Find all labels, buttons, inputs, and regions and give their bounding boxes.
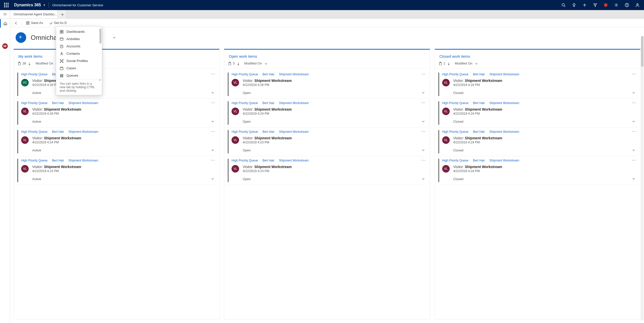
work-item-card[interactable]: ···High Priority QueueBert HairShipment … bbox=[16, 156, 217, 185]
work-item-card[interactable]: ···High Priority QueueBert HairShipment … bbox=[16, 99, 217, 127]
card-expand-button[interactable] bbox=[210, 118, 215, 125]
menu-item-cases[interactable]: Cases bbox=[56, 64, 102, 72]
menu-item-activities[interactable]: Activities bbox=[56, 35, 102, 43]
card-expand-button[interactable] bbox=[631, 147, 636, 153]
workstream-link[interactable]: Shipment Workstream bbox=[489, 159, 519, 162]
queue-link[interactable]: High Priority Queue bbox=[21, 130, 48, 134]
workstream-link[interactable]: Shipment Workstream bbox=[68, 159, 98, 162]
card-more-button[interactable]: ··· bbox=[632, 158, 636, 162]
card-expand-button[interactable] bbox=[210, 176, 215, 182]
card-expand-button[interactable] bbox=[631, 118, 636, 125]
queue-link[interactable]: High Priority Queue bbox=[442, 101, 469, 105]
work-item-card[interactable]: ···High Priority QueueBert HairShipment … bbox=[437, 127, 638, 156]
sort-down-icon[interactable] bbox=[447, 62, 450, 65]
work-item-card[interactable]: ···High Priority QueueBert HairShipment … bbox=[227, 99, 427, 127]
work-item-card[interactable]: ···High Priority QueueBert HairShipment … bbox=[437, 156, 638, 185]
card-more-button[interactable]: ··· bbox=[211, 101, 215, 105]
queue-link[interactable]: High Priority Queue bbox=[232, 159, 258, 162]
sort-down-icon[interactable] bbox=[27, 62, 31, 65]
work-item-card[interactable]: ···High Priority QueueBert HairShipment … bbox=[437, 70, 638, 99]
card-more-button[interactable]: ··· bbox=[422, 130, 426, 133]
card-expand-button[interactable] bbox=[631, 90, 636, 96]
new-tab-button[interactable] bbox=[58, 10, 66, 18]
card-more-button[interactable]: ··· bbox=[632, 130, 636, 133]
owner-link[interactable]: Bert Hair bbox=[473, 159, 485, 162]
sort-picker[interactable]: Modified On bbox=[244, 61, 268, 65]
workstream-link[interactable]: Shipment Workstream bbox=[68, 130, 98, 134]
menu-item-contacts[interactable]: Contacts bbox=[56, 50, 102, 57]
card-more-button[interactable]: ··· bbox=[632, 101, 636, 105]
workstream-link[interactable]: Shipment Workstream bbox=[279, 130, 309, 134]
workstream-link[interactable]: Shipment Workstream bbox=[489, 101, 519, 105]
back-button[interactable] bbox=[12, 19, 20, 27]
work-item-card[interactable]: ···High Priority QueueBert HairShipment … bbox=[16, 70, 217, 99]
workstream-link[interactable]: Shipment Workstream bbox=[489, 73, 519, 76]
help-button[interactable] bbox=[622, 0, 631, 10]
queue-link[interactable]: High Priority Queue bbox=[232, 73, 258, 76]
card-more-button[interactable]: ··· bbox=[211, 72, 215, 76]
workstream-link[interactable]: Shipment Workstream bbox=[279, 73, 309, 76]
save-as-button[interactable]: Save As bbox=[23, 19, 46, 27]
card-more-button[interactable]: ··· bbox=[422, 158, 426, 162]
menu-item-accounts[interactable]: Accounts bbox=[56, 43, 102, 50]
presence-indicator[interactable] bbox=[601, 0, 610, 10]
owner-link[interactable]: Bert Hair bbox=[52, 130, 64, 134]
menu-item-social-profiles[interactable]: Social Profiles bbox=[56, 57, 102, 64]
sort-picker[interactable]: Modified On bbox=[455, 61, 478, 65]
card-expand-button[interactable] bbox=[420, 147, 426, 153]
workstream-link[interactable]: Shipment Workstream bbox=[68, 101, 98, 105]
assistant-button[interactable] bbox=[570, 0, 579, 10]
work-item-card[interactable]: ···High Priority QueueBert HairShipment … bbox=[227, 156, 427, 185]
brand-switcher[interactable]: Dynamics 365 ▾ bbox=[14, 3, 45, 7]
card-expand-button[interactable] bbox=[210, 147, 215, 153]
owner-link[interactable]: Bert Hair bbox=[262, 73, 274, 76]
menu-item-dashboards[interactable]: Dashboards bbox=[56, 28, 102, 35]
session-tab[interactable]: Omnichannel Agent Dashbo... bbox=[10, 10, 58, 18]
nav-toggle-button[interactable] bbox=[0, 10, 10, 18]
search-button[interactable] bbox=[559, 0, 568, 10]
card-more-button[interactable]: ··· bbox=[422, 101, 426, 105]
queue-link[interactable]: High Priority Queue bbox=[442, 73, 469, 76]
card-more-button[interactable]: ··· bbox=[211, 158, 215, 162]
owner-link[interactable]: Bert Hair bbox=[262, 130, 274, 134]
work-item-card[interactable]: ···High Priority QueueBert HairShipment … bbox=[227, 127, 427, 156]
advanced-filter-button[interactable] bbox=[591, 0, 600, 10]
agent-badge[interactable]: IW bbox=[2, 43, 8, 49]
queue-link[interactable]: High Priority Queue bbox=[442, 130, 469, 134]
queue-link[interactable]: High Priority Queue bbox=[21, 73, 48, 76]
page-scrollbar[interactable] bbox=[641, 36, 643, 320]
quick-create-button[interactable] bbox=[580, 0, 589, 10]
card-expand-button[interactable] bbox=[210, 90, 215, 96]
dashboard-picker[interactable] bbox=[110, 35, 118, 41]
card-expand-button[interactable] bbox=[420, 118, 426, 125]
account-button[interactable] bbox=[633, 0, 642, 10]
card-expand-button[interactable] bbox=[631, 176, 636, 182]
menu-item-queues[interactable]: Queues bbox=[56, 72, 102, 79]
owner-link[interactable]: Bert Hair bbox=[262, 101, 274, 105]
owner-link[interactable]: Bert Hair bbox=[52, 159, 64, 162]
settings-button[interactable] bbox=[612, 0, 621, 10]
workstream-link[interactable]: Shipment Workstream bbox=[279, 159, 309, 162]
sort-picker[interactable]: Modified On bbox=[35, 61, 59, 65]
owner-link[interactable]: Bert Hair bbox=[473, 73, 485, 76]
queue-link[interactable]: High Priority Queue bbox=[21, 101, 48, 105]
owner-link[interactable]: Bert Hair bbox=[473, 101, 485, 105]
owner-link[interactable]: Bert Hair bbox=[52, 101, 64, 105]
menu-scrollbar[interactable] bbox=[99, 28, 101, 44]
owner-link[interactable]: Bert Hair bbox=[473, 130, 485, 134]
work-item-card[interactable]: ···High Priority QueueBert HairShipment … bbox=[227, 70, 427, 99]
card-expand-button[interactable] bbox=[420, 90, 426, 96]
queue-link[interactable]: High Priority Queue bbox=[232, 101, 258, 105]
card-more-button[interactable]: ··· bbox=[632, 72, 636, 76]
home-session-button[interactable] bbox=[0, 19, 10, 28]
set-default-button[interactable]: Set As D bbox=[47, 19, 69, 27]
app-launcher-icon[interactable] bbox=[2, 1, 11, 9]
queue-link[interactable]: High Priority Queue bbox=[21, 159, 48, 162]
queue-link[interactable]: High Priority Queue bbox=[232, 130, 258, 134]
queue-link[interactable]: High Priority Queue bbox=[442, 159, 469, 162]
card-more-button[interactable]: ··· bbox=[422, 72, 426, 76]
workstream-link[interactable]: Shipment Workstream bbox=[279, 101, 309, 105]
workstream-link[interactable]: Shipment Workstream bbox=[489, 130, 519, 134]
owner-link[interactable]: Bert Hair bbox=[262, 159, 274, 162]
sort-down-icon[interactable] bbox=[236, 62, 240, 65]
